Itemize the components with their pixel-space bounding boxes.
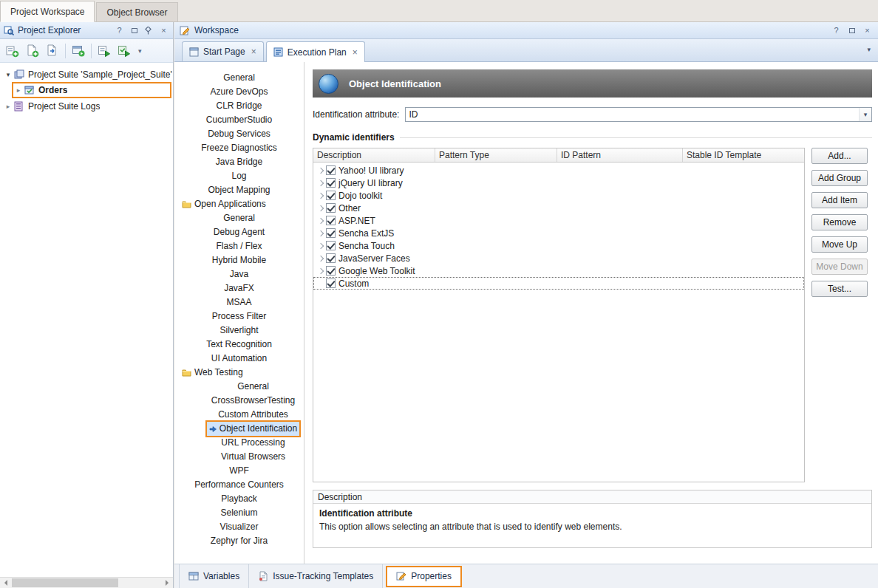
- settings-nav-item[interactable]: Selenium: [174, 506, 304, 520]
- expand-chevron-icon[interactable]: [316, 194, 326, 198]
- settings-nav-item[interactable]: Java Bridge: [174, 155, 304, 169]
- action-button[interactable]: Move Down: [811, 259, 868, 275]
- settings-nav-item[interactable]: Flash / Flex: [174, 239, 304, 253]
- identifier-row[interactable]: JavaServer Faces: [313, 252, 804, 264]
- expand-chevron-icon[interactable]: [316, 206, 326, 211]
- settings-nav-item[interactable]: General: [174, 211, 304, 225]
- settings-nav-item[interactable]: Silverlight: [174, 324, 304, 338]
- expand-chevron-icon[interactable]: [316, 168, 326, 173]
- column-header-pattern-type[interactable]: Pattern Type: [435, 148, 557, 162]
- expand-chevron-icon[interactable]: [316, 219, 326, 223]
- tab-variables[interactable]: Variables: [179, 564, 249, 588]
- add-existing-item-icon[interactable]: [45, 44, 60, 58]
- settings-nav-item[interactable]: Text Recognition: [174, 338, 304, 352]
- panel-close-button[interactable]: ×: [158, 25, 169, 36]
- action-button[interactable]: Test...: [811, 281, 868, 297]
- column-header-description[interactable]: Description: [313, 148, 435, 162]
- settings-nav-item[interactable]: CLR Bridge: [174, 99, 304, 113]
- checkbox[interactable]: [326, 165, 336, 175]
- settings-nav-item[interactable]: Hybrid Mobile: [174, 253, 304, 267]
- workspace-help-button[interactable]: ?: [831, 25, 842, 36]
- settings-nav-item[interactable]: CucumberStudio: [174, 113, 304, 127]
- settings-nav-item[interactable]: Freeze Diagnostics: [174, 141, 304, 155]
- checkbox[interactable]: [326, 203, 336, 213]
- tree-item-orders-highlight[interactable]: ▸ Orders: [12, 82, 171, 98]
- tree-collapsed-arrow-icon[interactable]: ▸: [3, 103, 13, 110]
- settings-nav-item[interactable]: Process Filter: [174, 310, 304, 324]
- settings-nav-item[interactable]: URL Processing: [174, 436, 304, 450]
- expand-chevron-icon[interactable]: [316, 269, 326, 273]
- workspace-float-button[interactable]: [846, 25, 857, 36]
- checkbox[interactable]: [326, 228, 336, 238]
- scroll-right-arrow[interactable]: [162, 578, 173, 588]
- tab-object-browser[interactable]: Object Browser: [96, 2, 177, 21]
- scrollbar-thumb[interactable]: [12, 578, 118, 587]
- identifier-row[interactable]: Yahoo! UI library: [313, 164, 804, 177]
- settings-nav-item[interactable]: General: [174, 380, 304, 394]
- workspace-close-button[interactable]: ×: [862, 25, 873, 36]
- tree-collapsed-arrow-icon[interactable]: ▸: [13, 86, 24, 94]
- close-tab-icon[interactable]: ×: [251, 47, 256, 57]
- tab-start-page[interactable]: Start Page ×: [182, 41, 264, 61]
- close-tab-icon[interactable]: ×: [353, 47, 358, 58]
- record-test-icon[interactable]: [71, 44, 86, 58]
- expand-chevron-icon[interactable]: [316, 244, 326, 248]
- settings-nav-item[interactable]: Object Mapping: [174, 183, 304, 197]
- settings-nav-item[interactable]: Web Testing: [174, 366, 304, 380]
- tree-item-project-suite-logs[interactable]: ▸ Project Suite Logs: [0, 98, 173, 114]
- action-button[interactable]: Remove: [811, 214, 868, 230]
- identification-attribute-select[interactable]: ID ▾: [405, 107, 872, 122]
- checkbox[interactable]: [326, 241, 336, 250]
- tab-list-caret-icon[interactable]: ▾: [867, 46, 871, 53]
- run-project-icon[interactable]: [117, 44, 132, 58]
- expand-chevron-icon[interactable]: [316, 256, 326, 261]
- checkbox[interactable]: [326, 191, 336, 200]
- settings-nav-item[interactable]: Log: [174, 169, 304, 183]
- settings-nav-item[interactable]: Zephyr for Jira: [174, 534, 304, 548]
- horizontal-scrollbar[interactable]: [0, 577, 173, 588]
- action-button[interactable]: Add...: [811, 148, 868, 164]
- settings-nav-item[interactable]: Custom Attributes: [174, 408, 304, 422]
- toolbar-dropdown-caret-icon[interactable]: ▾: [137, 47, 143, 55]
- action-button[interactable]: Move Up: [811, 236, 868, 253]
- checkbox[interactable]: [326, 278, 336, 288]
- settings-nav-item[interactable]: WPF: [174, 464, 304, 478]
- settings-nav-item[interactable]: Debug Agent: [174, 225, 304, 239]
- settings-nav-item[interactable]: General: [174, 71, 304, 85]
- column-header-id-pattern[interactable]: ID Pattern: [557, 148, 683, 162]
- settings-nav-item[interactable]: MSAA: [174, 295, 304, 310]
- settings-nav-item[interactable]: Debug Services: [174, 127, 304, 141]
- identifier-row[interactable]: Dojo toolkit: [313, 189, 804, 202]
- settings-nav-item[interactable]: Virtual Browsers: [174, 450, 304, 464]
- scroll-left-arrow[interactable]: [0, 578, 11, 588]
- add-item-icon[interactable]: [5, 44, 20, 58]
- settings-nav-item[interactable]: UI Automation: [174, 352, 304, 366]
- run-test-icon[interactable]: [97, 44, 112, 58]
- tab-project-workspace[interactable]: Project Workspace: [0, 1, 95, 22]
- settings-nav-item[interactable]: JavaFX: [174, 281, 304, 295]
- add-new-item-icon[interactable]: [25, 44, 40, 58]
- identifier-row[interactable]: Other: [313, 202, 804, 214]
- identifier-row[interactable]: Sencha ExtJS: [313, 227, 804, 239]
- settings-nav-item[interactable]: Performance Counters: [174, 478, 304, 492]
- tree-expanded-arrow-icon[interactable]: ▾: [3, 71, 13, 78]
- tab-issue-tracking-templates[interactable]: Issue-Tracking Templates: [249, 564, 383, 588]
- action-button[interactable]: Add Group: [811, 170, 868, 186]
- identifier-row[interactable]: jQuery UI library: [313, 177, 804, 189]
- settings-nav-item[interactable]: CrossBrowserTesting: [174, 394, 304, 408]
- expand-chevron-icon[interactable]: [316, 181, 326, 185]
- panel-pin-button[interactable]: [143, 25, 154, 36]
- column-header-stable-id-template[interactable]: Stable ID Template: [683, 148, 804, 162]
- expand-chevron-icon[interactable]: [316, 231, 326, 236]
- identifier-row[interactable]: ASP.NET: [313, 214, 804, 227]
- settings-nav-item[interactable]: Open Applications: [174, 197, 304, 211]
- checkbox[interactable]: [326, 253, 336, 263]
- checkbox[interactable]: [326, 178, 336, 188]
- settings-nav-item[interactable]: Object Identification: [174, 422, 304, 436]
- panel-help-button[interactable]: ?: [114, 25, 125, 36]
- combo-dropdown-button[interactable]: ▾: [859, 108, 871, 121]
- action-button[interactable]: Add Item: [811, 192, 868, 208]
- tab-execution-plan[interactable]: Execution Plan ×: [266, 41, 365, 62]
- identifier-row[interactable]: Sencha Touch: [313, 239, 804, 252]
- checkbox[interactable]: [326, 216, 336, 225]
